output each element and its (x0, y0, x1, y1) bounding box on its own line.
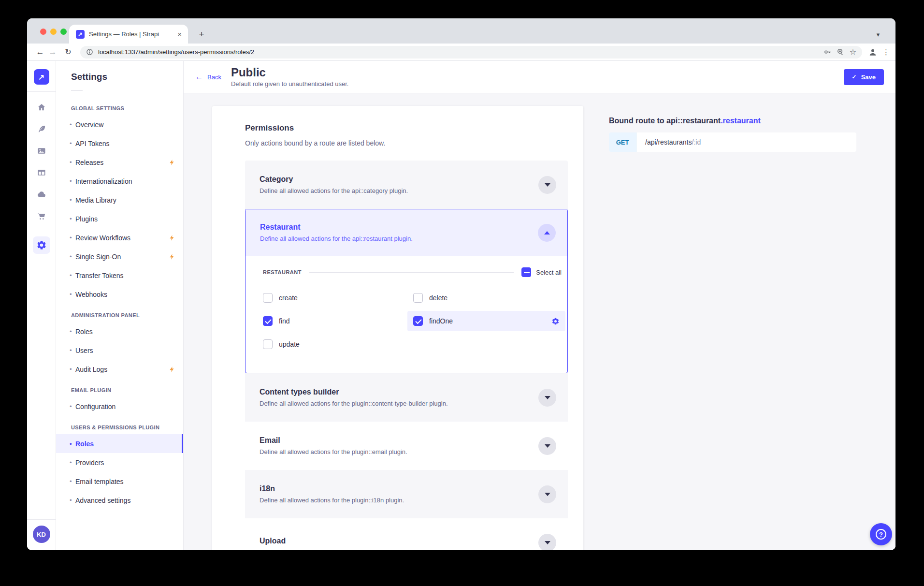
accordion-restaurant-header[interactable]: Restaurant Define all allowed actions fo… (245, 209, 567, 256)
media-library-icon[interactable] (36, 146, 47, 156)
permission-settings-gear-icon[interactable] (551, 317, 560, 325)
chevron-down-icon[interactable] (538, 485, 556, 503)
sidebar-item-media-library[interactable]: •Media Library (56, 190, 183, 209)
nav-section-label: USERS & PERMISSIONS PLUGIN (71, 425, 183, 430)
page-subtitle: Default role given to unauthenticated us… (231, 80, 349, 88)
permission-findone[interactable]: findOne (407, 311, 565, 331)
minimize-window-button[interactable] (50, 29, 57, 35)
update-checkbox[interactable] (263, 339, 273, 349)
nav-section-label: EMAIL PLUGIN (71, 387, 183, 393)
content-manager-feather-icon[interactable] (36, 124, 47, 134)
zoom-page-icon[interactable] (837, 48, 845, 56)
settings-gear-icon[interactable] (33, 236, 50, 254)
profile-avatar-icon[interactable] (868, 47, 878, 57)
permission-delete[interactable]: delete (407, 288, 565, 308)
accordion-list: Category Define all allowed actions for … (245, 161, 568, 550)
rail-bottom-divider (27, 519, 56, 520)
page-header: ← Back Public Default role given to unau… (184, 61, 895, 93)
accordion-upload[interactable]: Upload (245, 518, 568, 550)
back-link[interactable]: ← Back (195, 73, 221, 81)
close-window-button[interactable] (40, 29, 46, 35)
cloud-icon[interactable] (36, 189, 47, 200)
bound-route-panel: Bound route to api::restaurant.restauran… (609, 117, 856, 152)
new-tab-button[interactable]: + (195, 28, 208, 41)
bookmark-star-icon[interactable]: ☆ (850, 47, 856, 57)
sidebar-item-admin-roles[interactable]: •Roles (56, 322, 183, 341)
nav-section-label: ADMINISTRATION PANEL (71, 312, 183, 318)
sidebar-item-single-sign-on[interactable]: •Single Sign-On (56, 247, 183, 266)
chrome-menu-icon[interactable]: ⋮ (882, 48, 890, 57)
accordion-content-types-builder[interactable]: Content types builder Define all allowed… (245, 373, 568, 422)
strapi-admin: ↗ (27, 61, 895, 550)
sidebar-item-overview[interactable]: •Overview (56, 115, 183, 134)
sidebar-item-webhooks[interactable]: •Webhooks (56, 285, 183, 304)
findone-checkbox[interactable] (413, 316, 423, 326)
restaurant-permissions-panel: RESTAURANT Select all create (245, 256, 567, 373)
tab-title: Settings — Roles | Strapi (89, 30, 172, 38)
subnav-divider (71, 90, 83, 91)
chevron-down-icon[interactable] (538, 176, 556, 194)
page-body: Permissions Only actions bound by a rout… (184, 93, 895, 550)
sidebar-item-transfer-tokens[interactable]: •Transfer Tokens (56, 266, 183, 285)
tab-close-icon[interactable]: × (176, 30, 183, 38)
accordion-i18n[interactable]: i18n Define all allowed actions for the … (245, 470, 568, 518)
accordion-email[interactable]: Email Define all allowed actions for the… (245, 422, 568, 470)
accordion-category[interactable]: Category Define all allowed actions for … (245, 161, 568, 209)
sidebar-item-providers[interactable]: •Providers (56, 453, 183, 472)
create-checkbox[interactable] (263, 293, 273, 303)
tab-search-chevron-icon[interactable]: ▾ (871, 28, 885, 41)
find-checkbox[interactable] (263, 316, 273, 326)
sidebar-item-releases[interactable]: •Releases (56, 153, 183, 172)
home-icon[interactable] (36, 102, 47, 113)
sidebar-item-audit-logs[interactable]: •Audit Logs (56, 360, 183, 379)
question-mark-icon: ? (876, 529, 886, 540)
bound-route-heading: Bound route to api::restaurant.restauran… (609, 117, 856, 125)
back-nav-icon[interactable]: ← (34, 47, 46, 57)
permissions-subtitle: Only actions bound by a route are listed… (245, 139, 568, 147)
select-all-checkbox[interactable] (521, 267, 531, 277)
permission-create[interactable]: create (257, 288, 407, 308)
back-arrow-icon: ← (195, 73, 203, 81)
nav-section-label: GLOBAL SETTINGS (71, 105, 183, 111)
user-avatar[interactable]: KD (33, 526, 50, 543)
permission-find[interactable]: find (257, 311, 407, 331)
sidebar-item-api-tokens[interactable]: •API Tokens (56, 134, 183, 153)
select-all-label: Select all (536, 269, 562, 276)
save-button[interactable]: ✓ Save (844, 69, 884, 85)
forward-nav-icon[interactable]: → (46, 47, 59, 57)
sidebar-item-up-roles[interactable]: •Roles (56, 434, 183, 453)
divider-line (309, 272, 514, 273)
chevron-down-icon[interactable] (538, 534, 556, 551)
permission-update[interactable]: update (257, 334, 407, 354)
fullscreen-window-button[interactable] (60, 29, 67, 35)
address-bar[interactable]: localhost:1337/admin/settings/users-perm… (80, 46, 862, 59)
tab-strip: ↗ Settings — Roles | Strapi × + ▾ (27, 18, 895, 44)
browser-tab[interactable]: ↗ Settings — Roles | Strapi × (69, 25, 188, 44)
chevron-down-icon[interactable] (538, 389, 556, 407)
reload-icon[interactable]: ↻ (62, 47, 74, 57)
marketplace-cart-icon[interactable] (36, 211, 47, 221)
browser-toolbar: ← → ↻ localhost:1337/admin/settings/user… (27, 44, 895, 61)
sidebar-item-email-configuration[interactable]: •Configuration (56, 397, 183, 416)
site-info-icon[interactable] (86, 48, 93, 56)
sidebar-item-plugins[interactable]: •Plugins (56, 209, 183, 228)
permissions-title: Permissions (245, 123, 568, 133)
http-method-badge: GET (609, 132, 636, 152)
sidebar-item-email-templates[interactable]: •Email templates (56, 472, 183, 491)
chevron-up-icon[interactable] (538, 224, 556, 242)
strapi-logo-icon[interactable]: ↗ (34, 69, 49, 85)
help-button[interactable]: ? (870, 523, 892, 545)
delete-checkbox[interactable] (413, 293, 423, 303)
permissions-grid: create delete find (257, 288, 565, 354)
premium-bolt-icon (169, 159, 175, 166)
sidebar-item-users[interactable]: •Users (56, 341, 183, 360)
url-text[interactable]: localhost:1337/admin/settings/users-perm… (98, 48, 819, 56)
sidebar-item-review-workflows[interactable]: •Review Workflows (56, 228, 183, 247)
subnav-title: Settings (71, 72, 183, 82)
chevron-down-icon[interactable] (538, 437, 556, 455)
content-type-builder-icon[interactable] (36, 167, 47, 178)
sidebar-item-internationalization[interactable]: •Internationalization (56, 172, 183, 190)
password-key-icon[interactable] (823, 48, 832, 56)
sidebar-item-advanced-settings[interactable]: •Advanced settings (56, 491, 183, 510)
accordion-restaurant-expanded: Restaurant Define all allowed actions fo… (245, 209, 568, 373)
